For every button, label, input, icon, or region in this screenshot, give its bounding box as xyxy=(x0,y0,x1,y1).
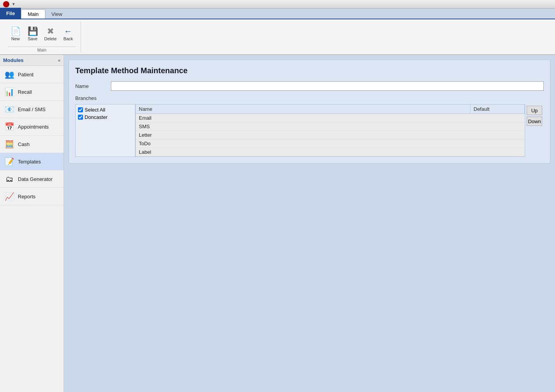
sidebar-item-recall[interactable]: 📊 Recall xyxy=(0,83,64,101)
new-icon: 📄 xyxy=(10,27,21,36)
table-row[interactable]: SMS xyxy=(136,122,525,131)
table-row[interactable]: ToDo xyxy=(136,139,525,148)
table-header-default: Default xyxy=(470,105,525,113)
sidebar-item-patient[interactable]: 👥 Patient xyxy=(0,66,64,83)
sidebar-item-appointments-label: Appointments xyxy=(18,124,49,130)
title-bar: ▼ xyxy=(0,0,555,9)
sidebar-item-reports-label: Reports xyxy=(18,194,36,199)
sidebar-collapse-button[interactable]: « xyxy=(58,58,61,63)
sidebar-item-cash[interactable]: 🧮 Cash xyxy=(0,136,64,153)
cash-icon: 🧮 xyxy=(4,139,15,150)
email-sms-icon: 📧 xyxy=(4,104,15,115)
select-all-label: Select All xyxy=(85,107,105,113)
side-buttons: Up Down xyxy=(525,104,544,157)
sidebar-item-email-sms[interactable]: 📧 Email / SMS xyxy=(0,101,64,118)
sidebar-item-templates[interactable]: 📝 Templates xyxy=(0,153,64,170)
sidebar-item-patient-label: Patient xyxy=(18,72,33,77)
up-button[interactable]: Up xyxy=(527,106,542,115)
table-body: Email SMS Letter ToDo Label xyxy=(136,114,525,156)
app-logo xyxy=(3,1,9,7)
sidebar: Modules « 👥 Patient 📊 Recall 📧 Email / S… xyxy=(0,55,64,392)
sidebar-item-data-generator[interactable]: 🗂 Data Generator xyxy=(0,170,64,188)
tab-file[interactable]: File xyxy=(0,8,21,19)
name-row: Name xyxy=(75,81,544,91)
sidebar-item-cash-label: Cash xyxy=(18,141,29,147)
branches-list: Select All Doncaster xyxy=(75,104,135,157)
ribbon-group-label: Main xyxy=(8,46,76,52)
templates-icon: 📝 xyxy=(4,156,15,167)
table-row[interactable]: Label xyxy=(136,148,525,156)
save-button[interactable]: 💾 Save xyxy=(25,26,40,43)
sidebar-item-recall-label: Recall xyxy=(18,89,32,95)
appointments-icon: 📅 xyxy=(4,121,15,132)
ribbon-tabs: File Main View xyxy=(0,9,555,19)
data-generator-icon: 🗂 xyxy=(4,174,15,184)
form-title: Template Method Maintenance xyxy=(75,66,544,75)
table-header-name: Name xyxy=(136,105,470,113)
checkbox-select-all[interactable]: Select All xyxy=(78,107,133,113)
sidebar-title: Modules xyxy=(3,57,24,63)
branches-section: Branches Select All Doncaster xyxy=(75,95,544,157)
recall-icon: 📊 xyxy=(4,86,15,97)
name-label: Name xyxy=(75,83,106,89)
delete-button[interactable]: ✖ Delete xyxy=(42,26,59,43)
branches-label: Branches xyxy=(75,95,544,101)
name-input[interactable] xyxy=(111,81,544,91)
sidebar-item-reports[interactable]: 📈 Reports xyxy=(0,188,64,205)
main-content: Template Method Maintenance Name Branche… xyxy=(64,55,555,392)
ribbon-group-main: 📄 New 💾 Save ✖ Delete ← Back Main xyxy=(3,21,81,52)
title-bar-arrow: ▼ xyxy=(12,2,16,6)
new-button[interactable]: 📄 New xyxy=(8,26,23,43)
save-icon: 💾 xyxy=(28,27,38,36)
app-body: Modules « 👥 Patient 📊 Recall 📧 Email / S… xyxy=(0,55,555,392)
ribbon-content: 📄 New 💾 Save ✖ Delete ← Back Main xyxy=(0,19,555,55)
sidebar-header: Modules « xyxy=(0,55,64,66)
reports-icon: 📈 xyxy=(4,191,15,202)
sidebar-item-appointments[interactable]: 📅 Appointments xyxy=(0,118,64,136)
branches-layout: Select All Doncaster Name Default xyxy=(75,104,544,157)
table-area: Name Default Email SMS Letter ToDo Label xyxy=(135,104,525,157)
doncaster-label: Doncaster xyxy=(85,114,107,120)
select-all-checkbox[interactable] xyxy=(78,107,83,112)
patient-icon: 👥 xyxy=(4,69,15,80)
back-button[interactable]: ← Back xyxy=(61,26,76,43)
form-panel: Template Method Maintenance Name Branche… xyxy=(69,60,550,163)
doncaster-checkbox[interactable] xyxy=(78,115,83,120)
table-header: Name Default xyxy=(136,105,525,114)
sidebar-item-data-generator-label: Data Generator xyxy=(18,176,53,182)
table-row[interactable]: Email xyxy=(136,114,525,122)
ribbon-buttons: 📄 New 💾 Save ✖ Delete ← Back xyxy=(8,21,76,46)
sidebar-item-templates-label: Templates xyxy=(18,159,41,165)
table-row[interactable]: Letter xyxy=(136,131,525,139)
checkbox-doncaster[interactable]: Doncaster xyxy=(78,114,133,120)
sidebar-item-email-sms-label: Email / SMS xyxy=(18,107,46,112)
tab-main[interactable]: Main xyxy=(21,9,45,19)
down-button[interactable]: Down xyxy=(527,117,542,126)
back-icon: ← xyxy=(64,27,73,36)
tab-view[interactable]: View xyxy=(45,9,69,19)
delete-icon: ✖ xyxy=(47,27,54,36)
